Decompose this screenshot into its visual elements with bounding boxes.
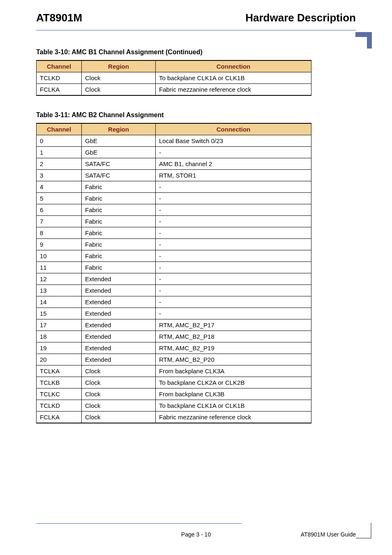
cell-connection: - [156,239,311,250]
cell-connection: - [156,308,311,319]
cell-region: Clock [82,84,156,96]
cell-channel: 12 [37,273,82,285]
cell-channel: 10 [37,250,82,262]
cell-channel: 14 [37,296,82,308]
table-row: TCLKDClockTo backplane CLK1A or CLK1B [37,72,311,84]
col-channel: Channel [37,60,82,72]
cell-region: Fabric [82,239,156,250]
table-row: 5Fabric- [37,193,311,204]
table-row: 2SATA/FCAMC B1, channel 2 [37,158,311,170]
table-row: 7Fabric- [37,216,311,227]
cell-channel: FCLKA [37,84,82,96]
col-region: Region [82,123,156,135]
col-connection: Connection [156,123,311,135]
cell-region: Fabric [82,250,156,262]
header-left: AT8901M [36,12,82,24]
cell-channel: 6 [37,204,82,216]
table-row: TCLKCClockFrom backplane CLK3B [37,388,311,400]
cell-channel: 3 [37,170,82,181]
table-row: FCLKAClockFabric mezzanine reference clo… [37,412,311,423]
header-rule [36,30,356,30]
cell-region: Extended [82,273,156,285]
cell-region: SATA/FC [82,170,156,181]
table1-caption: Table 3-10: AMC B1 Channel Assignment (C… [36,49,356,56]
cell-channel: TCLKB [37,377,82,388]
cell-channel: 0 [37,135,82,147]
cell-connection: - [156,227,311,239]
cell-channel: 8 [37,227,82,239]
cell-channel: TCLKD [37,72,82,84]
cell-channel: 17 [37,319,82,331]
cell-channel: 1 [37,147,82,158]
cell-connection: - [156,204,311,216]
cell-channel: TCLKA [37,365,82,377]
cell-channel: 18 [37,331,82,342]
cell-region: GbE [82,147,156,158]
table-row: 3SATA/FCRTM, STOR1 [37,170,311,181]
table-row: 17ExtendedRTM, AMC_B2_P17 [37,319,311,331]
table-row: 12Extended- [37,273,311,285]
cell-connection: RTM, AMC_B2_P19 [156,342,311,354]
cell-region: Fabric [82,216,156,227]
footer-corner-icon [356,523,371,539]
table-header-row: Channel Region Connection [37,60,311,72]
table-row: TCLKBClockTo backplane CLK2A or CLK2B [37,377,311,388]
cell-region: Fabric [82,204,156,216]
cell-region: Clock [82,377,156,388]
table-row: 18ExtendedRTM, AMC_B2_P18 [37,331,311,342]
cell-channel: 13 [37,285,82,296]
cell-region: Clock [82,400,156,412]
corner-mark-icon [355,32,372,49]
cell-channel: 9 [37,239,82,250]
table-row: 20ExtendedRTM, AMC_B2_P20 [37,354,311,365]
cell-channel: 15 [37,308,82,319]
table-amc-b2: Channel Region Connection 0GbELocal Base… [36,123,311,423]
table-row: 14Extended- [37,296,311,308]
cell-connection: RTM, AMC_B2_P20 [156,354,311,365]
cell-region: Fabric [82,181,156,193]
cell-channel: FCLKA [37,412,82,423]
table-row: 10Fabric- [37,250,311,262]
table-row: 15Extended- [37,308,311,319]
table-row: TCLKAClockFrom backplane CLK3A [37,365,311,377]
table-row: 4Fabric- [37,181,311,193]
cell-region: Extended [82,354,156,365]
cell-connection: - [156,147,311,158]
col-channel: Channel [37,123,82,135]
cell-region: Clock [82,412,156,423]
cell-connection: RTM, AMC_B2_P18 [156,331,311,342]
table-row: 9Fabric- [37,239,311,250]
table-amc-b1: Channel Region Connection TCLKDClockTo b… [36,60,311,96]
cell-connection: Local Base Switch 0/23 [156,135,311,147]
cell-region: Extended [82,296,156,308]
cell-region: Fabric [82,193,156,204]
page-header: AT8901M Hardware Description [36,12,356,24]
cell-connection: - [156,193,311,204]
table-row: 13Extended- [37,285,311,296]
cell-region: Clock [82,365,156,377]
cell-connection: To backplane CLK1A or CLK1B [156,72,311,84]
footer-page: Page 3 - 10 [36,531,356,538]
cell-connection: - [156,262,311,273]
cell-region: Extended [82,285,156,296]
cell-channel: 11 [37,262,82,273]
cell-connection: AMC B1, channel 2 [156,158,311,170]
cell-connection: To backplane CLK1A or CLK1B [156,400,311,412]
cell-region: Extended [82,331,156,342]
cell-connection: - [156,216,311,227]
table-row: 1GbE- [37,147,311,158]
cell-channel: 20 [37,354,82,365]
cell-region: GbE [82,135,156,147]
cell-channel: 19 [37,342,82,354]
cell-channel: 5 [37,193,82,204]
cell-channel: 2 [37,158,82,170]
cell-region: SATA/FC [82,158,156,170]
cell-connection: RTM, AMC_B2_P17 [156,319,311,331]
cell-connection: Fabric mezzanine reference clock [156,412,311,423]
col-region: Region [82,60,156,72]
table-header-row: Channel Region Connection [37,123,311,135]
col-connection: Connection [156,60,311,72]
table-row: 19ExtendedRTM, AMC_B2_P19 [37,342,311,354]
cell-connection: RTM, STOR1 [156,170,311,181]
cell-region: Fabric [82,227,156,239]
